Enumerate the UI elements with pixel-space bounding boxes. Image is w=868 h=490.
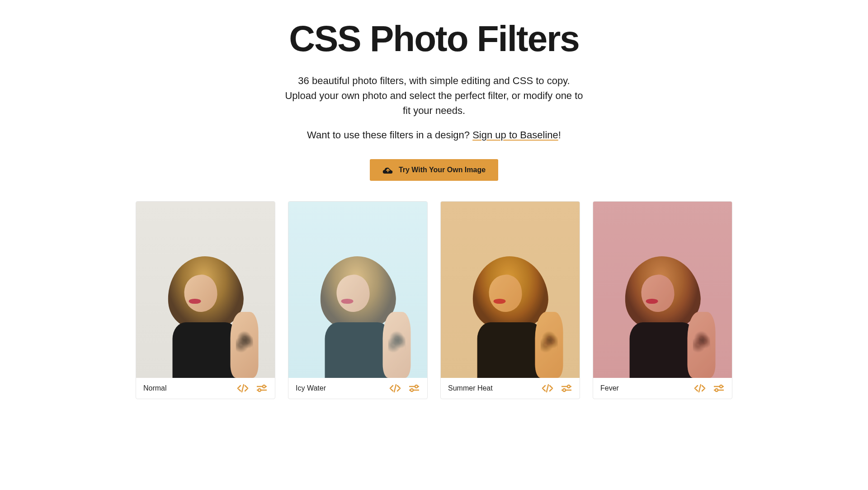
- cta-suffix: !: [558, 129, 561, 141]
- filter-name-label: Fever: [600, 384, 619, 392]
- filter-preview-image[interactable]: [288, 202, 427, 378]
- page-description: 36 beautiful photo filters, with simple …: [285, 73, 583, 118]
- svg-point-11: [563, 389, 566, 391]
- filter-card: Fever: [593, 201, 732, 399]
- signup-link[interactable]: Sign up to Baseline: [472, 129, 558, 141]
- svg-point-7: [410, 389, 413, 391]
- code-icon[interactable]: [389, 383, 401, 393]
- sample-photo: [136, 202, 275, 378]
- filter-name-label: Summer Heat: [448, 384, 493, 392]
- code-icon[interactable]: [237, 383, 249, 393]
- svg-point-13: [720, 385, 722, 388]
- filter-card-footer: Fever: [593, 378, 732, 399]
- filter-actions: [389, 383, 420, 393]
- filter-preview-image[interactable]: [441, 202, 580, 378]
- upload-button-label: Try With Your Own Image: [399, 166, 486, 174]
- cta-text: Want to use these filters in a design? S…: [136, 129, 732, 141]
- page-title: CSS Photo Filters: [136, 18, 732, 60]
- filter-card: Icy Water: [288, 201, 428, 399]
- page-header: CSS Photo Filters 36 beautiful photo fil…: [136, 18, 732, 181]
- code-icon[interactable]: [542, 383, 553, 393]
- svg-point-15: [715, 389, 718, 391]
- filter-grid: Normal Icy Water Summer Heat Fever: [136, 201, 732, 399]
- filter-actions: [237, 383, 268, 393]
- code-icon[interactable]: [694, 383, 706, 393]
- filter-card-footer: Summer Heat: [441, 378, 580, 399]
- filter-name-label: Normal: [143, 384, 167, 392]
- svg-point-5: [415, 385, 418, 388]
- filter-card-footer: Normal: [136, 378, 275, 399]
- sliders-icon[interactable]: [256, 383, 268, 393]
- sliders-icon[interactable]: [408, 383, 420, 393]
- filter-preview-image[interactable]: [136, 202, 275, 378]
- filter-card: Normal: [136, 201, 275, 399]
- svg-point-9: [567, 385, 570, 388]
- sliders-icon[interactable]: [713, 383, 725, 393]
- filter-name-label: Icy Water: [296, 384, 326, 392]
- cta-prefix: Want to use these filters in a design?: [307, 129, 472, 141]
- filter-card: Summer Heat: [440, 201, 580, 399]
- filter-card-footer: Icy Water: [288, 378, 427, 399]
- upload-image-button[interactable]: Try With Your Own Image: [370, 159, 498, 181]
- svg-point-1: [263, 385, 265, 388]
- cloud-upload-icon: [382, 165, 393, 174]
- sliders-icon[interactable]: [561, 383, 572, 393]
- filter-actions: [694, 383, 725, 393]
- svg-point-3: [258, 389, 261, 391]
- filter-actions: [542, 383, 572, 393]
- filter-preview-image[interactable]: [593, 202, 732, 378]
